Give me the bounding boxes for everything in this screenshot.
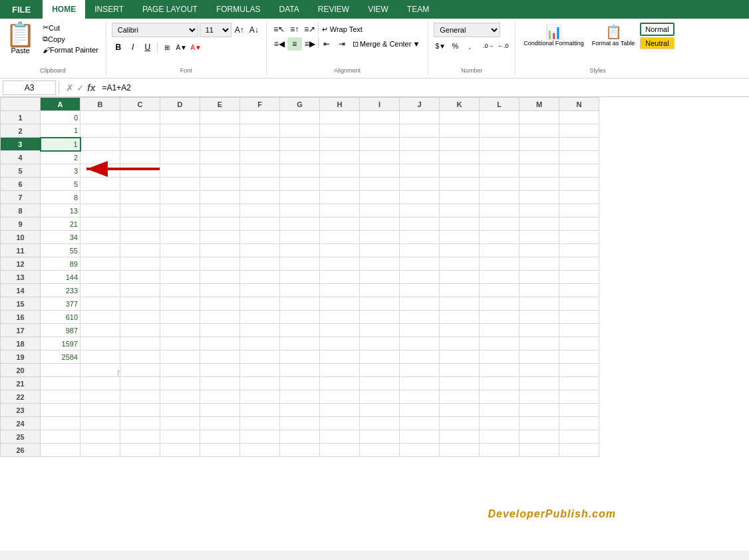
cell-l6[interactable] xyxy=(480,178,520,191)
cell-g3[interactable] xyxy=(280,138,320,151)
cell-h2[interactable] xyxy=(320,124,360,138)
cell-i15[interactable] xyxy=(360,297,400,311)
row-header-5[interactable]: 5 xyxy=(1,164,41,178)
cell-f6[interactable] xyxy=(240,178,280,191)
tab-team[interactable]: TEAM xyxy=(398,0,438,19)
cell-j5[interactable] xyxy=(400,164,440,178)
cell-a8[interactable]: 13 xyxy=(41,204,80,217)
cell-m10[interactable] xyxy=(520,231,559,244)
cell-m20[interactable] xyxy=(520,364,559,377)
cell-l21[interactable] xyxy=(480,377,520,390)
cell-c3[interactable] xyxy=(120,138,160,151)
cell-m3[interactable] xyxy=(520,138,559,151)
cell-h26[interactable] xyxy=(320,444,360,457)
row-header-24[interactable]: 24 xyxy=(1,417,41,430)
cell-e1[interactable] xyxy=(200,111,240,124)
cell-k21[interactable] xyxy=(440,377,480,390)
cell-a6[interactable]: 5 xyxy=(41,178,80,191)
row-header-23[interactable]: 23 xyxy=(1,404,41,417)
cell-a26[interactable] xyxy=(41,444,80,457)
cell-l23[interactable] xyxy=(480,404,520,417)
cell-e15[interactable] xyxy=(200,297,240,311)
cell-h22[interactable] xyxy=(320,390,360,404)
cell-f16[interactable] xyxy=(240,311,280,324)
cell-i26[interactable] xyxy=(360,444,400,457)
cell-m17[interactable] xyxy=(520,324,559,337)
cell-l7[interactable] xyxy=(480,191,520,204)
cell-b1[interactable] xyxy=(80,111,120,124)
cell-m13[interactable] xyxy=(520,271,559,284)
cell-g16[interactable] xyxy=(280,311,320,324)
cell-d3[interactable] xyxy=(160,138,200,151)
cell-c2[interactable] xyxy=(120,124,160,138)
cell-b13[interactable] xyxy=(80,271,120,284)
cell-k9[interactable] xyxy=(440,217,480,231)
row-header-25[interactable]: 25 xyxy=(1,430,41,444)
conditional-formatting-button[interactable]: 📊 Conditional Formatting xyxy=(521,23,587,48)
cell-g26[interactable] xyxy=(280,444,320,457)
cell-n15[interactable] xyxy=(559,297,599,311)
cell-a23[interactable] xyxy=(41,404,80,417)
cell-h4[interactable] xyxy=(320,151,360,164)
cell-i7[interactable] xyxy=(360,191,400,204)
cell-f15[interactable] xyxy=(240,297,280,311)
cell-h14[interactable] xyxy=(320,284,360,297)
cell-n11[interactable] xyxy=(559,244,599,257)
align-left-button[interactable]: ≡◀ xyxy=(272,37,287,51)
cell-d12[interactable] xyxy=(160,257,200,271)
cell-e12[interactable] xyxy=(200,257,240,271)
cell-k12[interactable] xyxy=(440,257,480,271)
format-as-table-button[interactable]: 📋 Format as Table xyxy=(589,23,637,48)
cell-e7[interactable] xyxy=(200,191,240,204)
cell-d5[interactable] xyxy=(160,164,200,178)
cell-m24[interactable] xyxy=(520,417,559,430)
col-header-b[interactable]: B xyxy=(80,98,120,111)
cell-j19[interactable] xyxy=(400,350,440,364)
cell-k2[interactable] xyxy=(440,124,480,138)
cell-g11[interactable] xyxy=(280,244,320,257)
cell-d4[interactable] xyxy=(160,151,200,164)
cell-f18[interactable] xyxy=(240,337,280,350)
cell-k20[interactable] xyxy=(440,364,480,377)
col-header-f[interactable]: F xyxy=(240,98,280,111)
cell-b20[interactable]: ⚡ xyxy=(80,364,120,377)
row-header-22[interactable]: 22 xyxy=(1,390,41,404)
cell-k13[interactable] xyxy=(440,271,480,284)
cell-k16[interactable] xyxy=(440,311,480,324)
cell-i13[interactable] xyxy=(360,271,400,284)
cell-j18[interactable] xyxy=(400,337,440,350)
cell-j17[interactable] xyxy=(400,324,440,337)
cell-m8[interactable] xyxy=(520,204,559,217)
cell-f14[interactable] xyxy=(240,284,280,297)
cell-c7[interactable] xyxy=(120,191,160,204)
cell-f25[interactable] xyxy=(240,430,280,444)
cell-m7[interactable] xyxy=(520,191,559,204)
cell-f2[interactable] xyxy=(240,124,280,138)
cell-h12[interactable] xyxy=(320,257,360,271)
col-header-j[interactable]: J xyxy=(400,98,440,111)
cell-j9[interactable] xyxy=(400,217,440,231)
cell-f22[interactable] xyxy=(240,390,280,404)
cell-g20[interactable] xyxy=(280,364,320,377)
cell-g17[interactable] xyxy=(280,324,320,337)
cell-l11[interactable] xyxy=(480,244,520,257)
cell-f26[interactable] xyxy=(240,444,280,457)
format-painter-button[interactable]: 🖌 Format Painter xyxy=(41,45,100,55)
cell-i11[interactable] xyxy=(360,244,400,257)
cell-h17[interactable] xyxy=(320,324,360,337)
row-header-2[interactable]: 2 xyxy=(1,124,41,138)
col-header-k[interactable]: K xyxy=(440,98,480,111)
decrease-decimal-button[interactable]: ←.0 xyxy=(496,39,510,53)
cell-i2[interactable] xyxy=(360,124,400,138)
cell-n22[interactable] xyxy=(559,390,599,404)
cell-a17[interactable]: 987 xyxy=(41,324,80,337)
cell-e4[interactable] xyxy=(200,151,240,164)
cell-h20[interactable] xyxy=(320,364,360,377)
cell-l24[interactable] xyxy=(480,417,520,430)
spreadsheet[interactable]: A B C D E F G H I J K L M N 102131425365… xyxy=(0,97,749,551)
border-button[interactable]: ⊞ xyxy=(160,41,174,54)
cell-j8[interactable] xyxy=(400,204,440,217)
cell-g2[interactable] xyxy=(280,124,320,138)
currency-button[interactable]: $▼ xyxy=(434,39,447,53)
cell-a3[interactable]: 1 xyxy=(41,138,80,151)
